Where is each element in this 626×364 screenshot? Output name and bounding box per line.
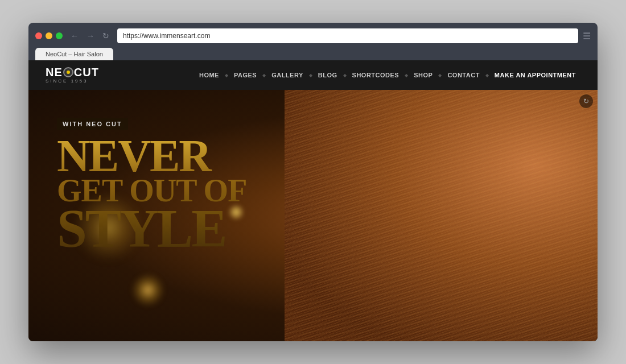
- site-nav: NE CUT SINCE 1953 HOME ◆ PAGES ◆: [28, 60, 598, 90]
- browser-topbar: ← → ↻ https://www.immenseart.com ☰: [35, 28, 591, 43]
- hero-section: WITH NEO CUT NEVER GET OUT OF STYLE ↻: [28, 90, 598, 341]
- browser-menu-icon[interactable]: ☰: [583, 31, 591, 42]
- maximize-button[interactable]: [56, 32, 63, 39]
- hero-line1: NEVER: [57, 135, 246, 176]
- nav-item-contact[interactable]: CONTACT: [443, 72, 484, 78]
- logo-area[interactable]: NE CUT SINCE 1953: [46, 67, 99, 84]
- nav-item-shortcodes[interactable]: SHORTCODES: [348, 72, 404, 78]
- address-bar-row: https://www.immenseart.com ☰: [117, 28, 591, 43]
- website-content: NE CUT SINCE 1953 HOME ◆ PAGES ◆: [28, 60, 598, 341]
- reload-button[interactable]: ↻: [100, 30, 112, 42]
- logo-o-icon: [63, 67, 73, 77]
- hero-text-block: WITH NEO CUT NEVER GET OUT OF STYLE: [57, 118, 246, 254]
- back-button[interactable]: ←: [68, 30, 81, 42]
- logo-cut: CUT: [74, 67, 99, 78]
- nav-item-home[interactable]: HOME: [195, 72, 224, 78]
- nav-sep-3: ◆: [309, 73, 312, 78]
- browser-window: ← → ↻ https://www.immenseart.com ☰ NeoCu…: [28, 23, 598, 341]
- nav-item-blog[interactable]: BLOG: [314, 72, 342, 78]
- hero-subtitle: WITH NEO CUT: [57, 118, 128, 130]
- nav-item-gallery[interactable]: GALLERY: [267, 72, 308, 78]
- nav-sep-4: ◆: [343, 73, 347, 78]
- nav-links: HOME ◆ PAGES ◆ GALLERY ◆ BLOG ◆ SHORTCOD…: [195, 72, 580, 78]
- nav-sep-2: ◆: [262, 73, 266, 78]
- glow-effect-2: [131, 273, 165, 307]
- nav-item-appointment[interactable]: MAKE AN APPOINTMENT: [490, 72, 580, 78]
- browser-chrome: ← → ↻ https://www.immenseart.com ☰ NeoCu…: [28, 23, 598, 60]
- traffic-lights: [35, 32, 63, 39]
- nav-sep-1: ◆: [225, 73, 228, 78]
- hair-lines-detail: [285, 90, 598, 341]
- forward-button[interactable]: →: [84, 30, 97, 42]
- close-button[interactable]: [35, 32, 42, 39]
- tab-bar: NeoCut – Hair Salon: [35, 48, 591, 60]
- logo-neo: NE: [46, 67, 63, 78]
- address-bar[interactable]: https://www.immenseart.com: [117, 28, 578, 43]
- nav-item-shop[interactable]: SHOP: [409, 72, 437, 78]
- hero-line3: STYLE: [57, 205, 246, 254]
- nav-sep-7: ◆: [485, 73, 489, 78]
- browser-tab[interactable]: NeoCut – Hair Salon: [35, 48, 113, 60]
- nav-buttons: ← → ↻: [68, 30, 112, 42]
- hero-headline: NEVER GET OUT OF STYLE: [57, 135, 246, 254]
- slideshow-refresh-icon[interactable]: ↻: [579, 94, 593, 108]
- url-text: https://www.immenseart.com: [123, 32, 210, 40]
- nav-item-pages[interactable]: PAGES: [229, 72, 261, 78]
- logo-text: NE CUT: [46, 67, 99, 78]
- logo-since: SINCE 1953: [46, 79, 99, 84]
- minimize-button[interactable]: [46, 32, 52, 39]
- nav-sep-5: ◆: [405, 73, 408, 78]
- nav-sep-6: ◆: [438, 73, 442, 78]
